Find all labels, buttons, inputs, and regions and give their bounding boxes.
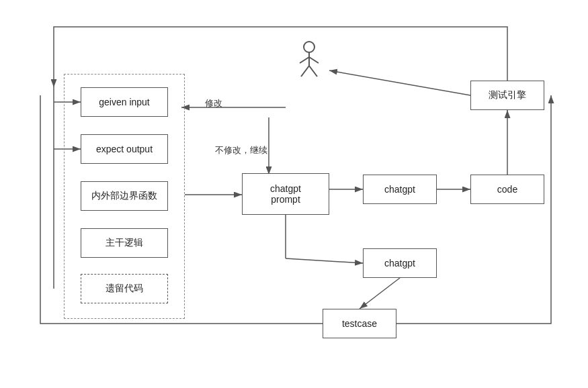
testcase-box: testcase — [323, 309, 396, 338]
svg-line-17 — [309, 66, 317, 77]
svg-line-11 — [360, 278, 400, 309]
chatgpt-code-box: chatgpt — [363, 175, 437, 204]
svg-line-14 — [300, 57, 309, 63]
chatgpt-prompt-box: chatgpt prompt — [242, 173, 329, 215]
given-input-box: geiven input — [81, 87, 168, 117]
diagram: geiven input expect output 内外部边界函数 主干逻辑 … — [0, 0, 588, 388]
chatgpt-test-box: chatgpt — [363, 248, 437, 278]
svg-line-15 — [309, 57, 319, 63]
test-engine-box: 测试引擎 — [470, 81, 544, 110]
expect-output-box: expect output — [81, 134, 168, 164]
no-modify-label: 不修改，继续 — [215, 144, 267, 156]
boundary-func-box: 内外部边界函数 — [81, 181, 168, 211]
legacy-code-box: 遗留代码 — [81, 274, 168, 303]
svg-line-16 — [301, 66, 309, 77]
svg-point-12 — [304, 42, 314, 52]
person-icon — [294, 40, 324, 78]
svg-line-10 — [286, 258, 363, 263]
modify-label: 修改 — [205, 97, 222, 109]
main-logic-box: 主干逻辑 — [81, 228, 168, 258]
code-box: code — [470, 175, 544, 204]
